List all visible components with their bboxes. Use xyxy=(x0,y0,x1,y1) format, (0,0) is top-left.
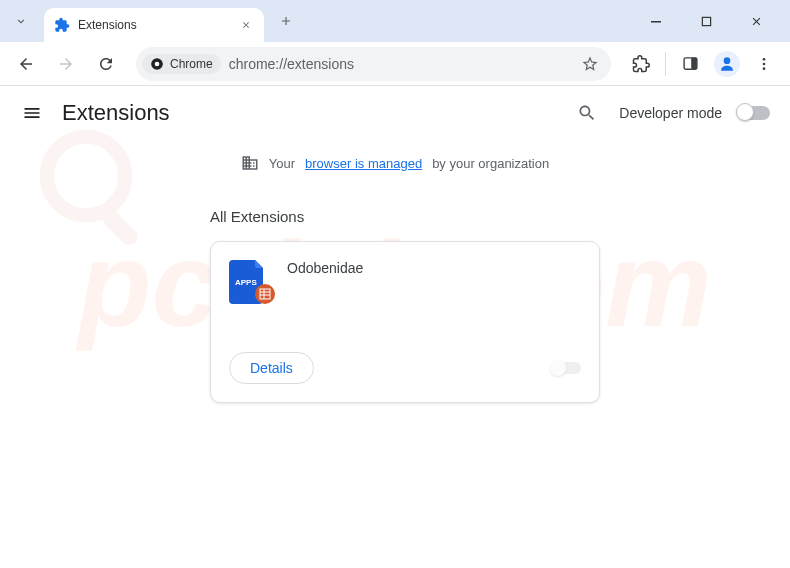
side-panel-icon xyxy=(682,55,699,72)
hamburger-icon xyxy=(22,103,42,123)
tab-search-dropdown[interactable] xyxy=(6,6,36,36)
browser-tab[interactable]: Extensions xyxy=(44,8,264,42)
maximize-icon xyxy=(701,16,712,27)
back-button[interactable] xyxy=(10,48,42,80)
browser-toolbar: Chrome chrome://extensions xyxy=(0,42,790,86)
managed-link[interactable]: browser is managed xyxy=(305,156,422,171)
svg-point-13 xyxy=(255,284,275,304)
svg-point-10 xyxy=(763,62,766,65)
svg-point-9 xyxy=(763,58,766,61)
svg-point-5 xyxy=(155,61,160,66)
window-titlebar: Extensions xyxy=(0,0,790,42)
managed-banner: Your browser is managed by your organiza… xyxy=(0,140,790,186)
svg-rect-7 xyxy=(691,58,697,69)
extensions-favicon-icon xyxy=(54,17,70,33)
address-bar[interactable]: Chrome chrome://extensions xyxy=(136,47,611,81)
extensions-page-header: Extensions Developer mode xyxy=(0,86,790,140)
svg-rect-3 xyxy=(702,17,710,25)
arrow-right-icon xyxy=(57,55,75,73)
chevron-down-icon xyxy=(14,14,28,28)
managed-prefix: Your xyxy=(269,156,295,171)
extension-enable-toggle[interactable] xyxy=(551,362,581,374)
bookmark-star-icon[interactable] xyxy=(581,55,599,73)
developer-mode-label: Developer mode xyxy=(619,105,722,121)
puzzle-icon xyxy=(632,55,650,73)
extension-card: APPS Odobenidae Details xyxy=(210,241,600,403)
svg-point-11 xyxy=(763,67,766,70)
close-icon xyxy=(241,20,251,30)
kebab-icon xyxy=(756,56,772,72)
person-icon xyxy=(717,54,737,74)
arrow-left-icon xyxy=(17,55,35,73)
toggle-thumb xyxy=(550,360,566,376)
svg-point-8 xyxy=(724,57,731,64)
new-tab-button[interactable] xyxy=(272,7,300,35)
details-button[interactable]: Details xyxy=(229,352,314,384)
reload-icon xyxy=(97,55,115,73)
extensions-content: All Extensions APPS Odobenidae De xyxy=(0,208,790,403)
maximize-button[interactable] xyxy=(692,7,720,35)
forward-button[interactable] xyxy=(50,48,82,80)
extension-name: Odobenidae xyxy=(287,260,363,340)
profile-button[interactable] xyxy=(714,51,740,77)
toolbar-divider xyxy=(665,52,666,76)
close-icon xyxy=(750,15,763,28)
toggle-thumb xyxy=(736,103,754,121)
tab-close-button[interactable] xyxy=(238,17,254,33)
managed-badge-icon xyxy=(255,284,275,304)
tab-title: Extensions xyxy=(78,18,230,32)
page-title: Extensions xyxy=(62,100,170,126)
developer-mode-toggle[interactable] xyxy=(738,106,770,120)
close-window-button[interactable] xyxy=(742,7,770,35)
reload-button[interactable] xyxy=(90,48,122,80)
chrome-icon xyxy=(150,57,164,71)
managed-suffix: by your organization xyxy=(432,156,549,171)
chrome-origin-chip[interactable]: Chrome xyxy=(142,54,221,74)
extension-icon: APPS xyxy=(229,260,269,300)
menu-button[interactable] xyxy=(748,48,780,80)
building-icon xyxy=(241,154,259,172)
minimize-icon xyxy=(650,15,662,27)
minimize-button[interactable] xyxy=(642,7,670,35)
url-text: chrome://extensions xyxy=(229,56,354,72)
extensions-toolbar-button[interactable] xyxy=(625,48,657,80)
window-controls xyxy=(642,7,790,35)
search-extensions-button[interactable] xyxy=(571,97,603,129)
main-menu-button[interactable] xyxy=(20,101,44,125)
side-panel-button[interactable] xyxy=(674,48,706,80)
search-icon xyxy=(577,103,597,123)
all-extensions-heading: All Extensions xyxy=(210,208,580,225)
svg-rect-2 xyxy=(651,21,661,23)
plus-icon xyxy=(279,14,293,28)
chrome-chip-label: Chrome xyxy=(170,57,213,71)
